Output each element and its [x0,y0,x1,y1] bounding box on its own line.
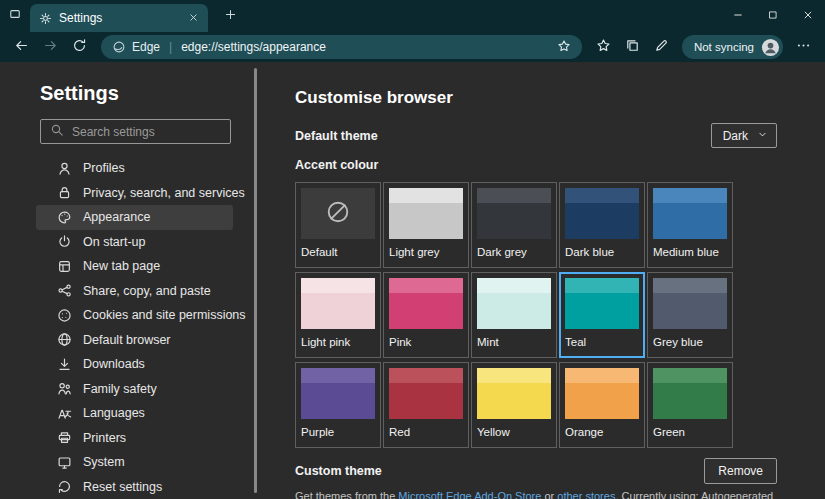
sidebar-item-label: Profiles [83,161,125,175]
person-icon [57,161,72,176]
tab-close-button[interactable] [184,9,202,27]
printer-icon [57,430,72,445]
accent-swatch-dark-blue[interactable]: Dark blue [559,182,645,268]
custom-theme-label: Custom theme [295,464,382,478]
other-stores-link[interactable]: other stores [557,490,615,499]
forward-button[interactable] [37,34,64,60]
swatch-topbar [477,188,551,203]
sidebar-item-profiles[interactable]: Profiles [36,156,233,181]
search-box[interactable] [40,119,231,144]
web-capture-button[interactable] [648,34,675,60]
sidebar-item-on-start-up[interactable]: On start-up [36,230,233,255]
browser-icon [57,332,72,347]
more-icon [796,38,811,57]
pen-icon [654,38,669,57]
accent-swatch-light-grey[interactable]: Light grey [383,182,469,268]
language-icon [57,406,72,421]
remove-theme-button[interactable]: Remove [704,458,777,484]
maximize-button[interactable] [755,0,790,32]
sidebar-item-reset-settings[interactable]: Reset settings [36,475,233,499]
system-icon [57,455,72,470]
swatch-topbar [653,368,727,383]
accent-swatch-grey-blue[interactable]: Grey blue [647,272,733,358]
accent-swatch-teal[interactable]: Teal [559,272,645,358]
accent-swatch-default[interactable]: Default [295,182,381,268]
swatch-preview [477,188,551,239]
sync-status-label: Not syncing [694,41,754,53]
accent-swatch-purple[interactable]: Purple [295,362,381,448]
main-panel: Customise browser Default theme Dark Acc… [295,62,780,499]
scrollbar[interactable] [254,68,257,493]
accent-swatch-light-pink[interactable]: Light pink [295,272,381,358]
sidebar-item-system[interactable]: System [36,450,233,475]
accent-swatch-green[interactable]: Green [647,362,733,448]
accent-swatch-pink[interactable]: Pink [383,272,469,358]
sidebar-item-label: Printers [83,431,126,445]
window-controls [720,0,825,32]
default-theme-label: Default theme [295,129,378,143]
accent-swatch-orange[interactable]: Orange [559,362,645,448]
minimize-icon [732,7,744,25]
footer-text: . Currently using: Autogenerated [615,490,773,499]
addon-store-link[interactable]: Microsoft Edge Add-On Store [398,490,541,499]
sidebar-item-cookies-and-site-permissions[interactable]: Cookies and site permissions [36,303,233,328]
sidebar-item-label: System [83,455,125,469]
swatch-label: Light grey [389,246,463,258]
avatar [761,38,780,57]
swatch-preview [301,278,375,329]
sidebar-item-default-browser[interactable]: Default browser [36,328,233,353]
sidebar-item-new-tab-page[interactable]: New tab page [36,254,233,279]
close-window-button[interactable] [790,0,825,32]
swatch-topbar [389,188,463,203]
sidebar-item-label: Appearance [83,210,150,224]
sidebar-item-appearance[interactable]: Appearance [36,205,233,230]
sidebar-item-privacy-search-and-services[interactable]: Privacy, search, and services [36,181,233,206]
appearance-icon [57,210,72,225]
settings-page: Settings ProfilesPrivacy, search, and se… [0,62,825,499]
accent-colour-label: Accent colour [295,158,378,172]
page-icon [57,259,72,274]
swatch-label: Dark blue [565,246,639,258]
back-icon [14,38,29,57]
theme-dropdown[interactable]: Dark [711,123,777,148]
back-button[interactable] [8,34,35,60]
swatch-topbar [301,368,375,383]
sidebar-item-share-copy-and-paste[interactable]: Share, copy, and paste [36,279,233,304]
sidebar-item-family-safety[interactable]: Family safety [36,377,233,402]
swatch-topbar [565,368,639,383]
accent-swatch-red[interactable]: Red [383,362,469,448]
favorites-button[interactable] [590,34,617,60]
collections-button[interactable] [619,34,646,60]
swatch-preview [565,278,639,329]
accent-swatch-dark-grey[interactable]: Dark grey [471,182,557,268]
site-label: Edge [132,40,160,54]
search-icon [50,123,64,141]
tab-settings[interactable]: Settings [30,4,208,32]
chevron-down-icon [757,129,768,143]
swatch-topbar [477,368,551,383]
browser-toolbar: Edge | edge://settings/appearance Not sy… [0,32,825,62]
swatch-topbar [389,278,463,293]
sidebar-item-downloads[interactable]: Downloads [36,352,233,377]
tab-title: Settings [59,11,184,25]
sidebar-item-label: Share, copy, and paste [83,284,211,298]
tab-actions-button[interactable] [0,0,30,32]
accent-swatch-yellow[interactable]: Yellow [471,362,557,448]
refresh-button[interactable] [66,34,93,60]
swatch-label: Grey blue [653,336,727,348]
sidebar-item-printers[interactable]: Printers [36,426,233,451]
add-favorite-button[interactable] [557,39,571,56]
profile-button[interactable]: Not syncing [682,35,783,59]
search-input[interactable] [72,125,221,139]
address-bar[interactable]: Edge | edge://settings/appearance [101,35,582,59]
new-tab-button[interactable] [216,2,244,30]
sidebar-title: Settings [40,82,119,105]
accent-grid: DefaultLight greyDark greyDark blueMediu… [295,182,733,448]
accent-swatch-mint[interactable]: Mint [471,272,557,358]
sidebar-item-languages[interactable]: Languages [36,401,233,426]
minimize-button[interactable] [720,0,755,32]
accent-swatch-medium-blue[interactable]: Medium blue [647,182,733,268]
settings-menu-button[interactable] [790,34,817,60]
sidebar-item-label: Default browser [83,333,171,347]
url-text: edge://settings/appearance [181,40,551,54]
